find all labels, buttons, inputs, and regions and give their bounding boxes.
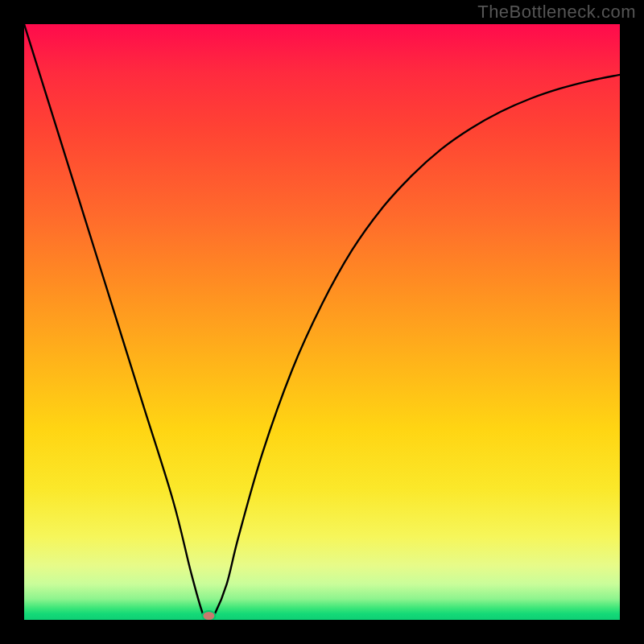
curve-svg: [24, 24, 620, 620]
bottleneck-curve: [24, 24, 620, 620]
chart-frame: TheBottleneck.com: [0, 0, 644, 644]
plot-area: [24, 24, 620, 620]
minimum-marker: [202, 611, 215, 620]
site-watermark: TheBottleneck.com: [477, 2, 636, 23]
